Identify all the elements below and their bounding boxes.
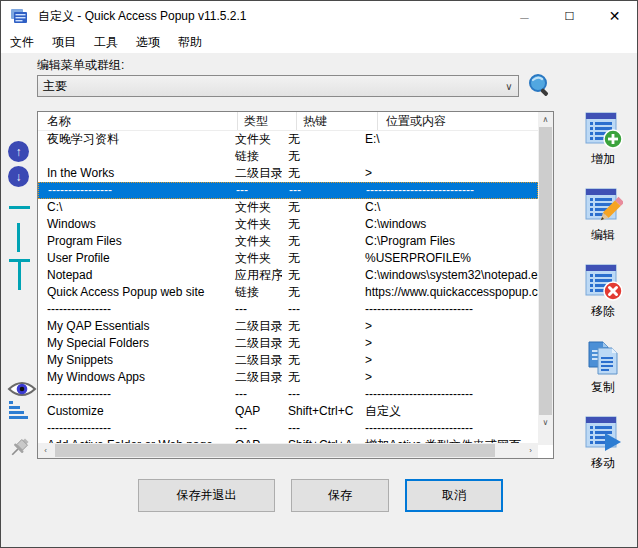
table-cell: Shift+Ctrl+C — [282, 403, 357, 420]
save-button[interactable]: 保存 — [291, 479, 389, 512]
table-cell: --- — [229, 420, 282, 437]
menu-tools[interactable]: 工具 — [85, 31, 127, 54]
table-cell: https://www.quickaccesspopup.com — [357, 284, 538, 301]
edit-menu-label: 编辑菜单或群组: — [37, 57, 124, 74]
table-row-separator[interactable]: ----------------------------------------… — [38, 420, 538, 437]
table-row[interactable]: My Windows Apps二级目录无> — [38, 369, 538, 386]
horizontal-scrollbar[interactable]: ‹ › — [38, 443, 538, 458]
table-row[interactable]: My Special Folders二级目录无> — [38, 335, 538, 352]
table-row[interactable]: CustomizeQAPShift+Ctrl+C自定义 — [38, 403, 538, 420]
table-cell: 文件夹 — [229, 233, 282, 250]
menu-bar: 文件 项目 工具 选项 帮助 — [1, 31, 637, 53]
table-cell: C:\ — [357, 199, 538, 216]
table-cell: --------------------------- — [358, 182, 537, 199]
column-header-location[interactable]: 位置或内容 — [378, 112, 538, 130]
table-cell: 无 — [282, 216, 357, 233]
table-cell: 文件夹 — [229, 216, 282, 233]
table-row[interactable]: Windows文件夹无C:\windows — [38, 216, 538, 233]
pin-icon[interactable] — [6, 435, 32, 461]
menu-options[interactable]: 选项 — [127, 31, 169, 54]
table-cell: 二级目录 — [229, 318, 282, 335]
table-row[interactable]: 链接无 — [38, 148, 538, 165]
table-cell — [357, 148, 538, 165]
table-cell: My Snippets — [38, 352, 229, 369]
menu-help[interactable]: 帮助 — [169, 31, 211, 54]
separator-line-icon[interactable] — [9, 206, 30, 209]
table-cell: User Profile — [38, 250, 229, 267]
table-row[interactable]: My QAP Essentials二级目录无> — [38, 318, 538, 335]
eye-icon[interactable] — [7, 380, 37, 398]
table-cell: C:\windows\system32\notepad.exe — [357, 267, 538, 284]
items-table: 名称 类型 热键 位置或内容 夜晚学习资料文件夹无E:\链接无In the Wo… — [37, 111, 554, 459]
table-row[interactable]: Notepad应用程序无C:\windows\system32\notepad.… — [38, 267, 538, 284]
table-cell: QAP — [229, 403, 282, 420]
menu-file[interactable]: 文件 — [1, 31, 43, 54]
table-cell: > — [357, 335, 538, 352]
table-cell: --- — [229, 301, 282, 318]
table-cell: 文件夹 — [229, 131, 282, 148]
table-row[interactable]: Program Files文件夹无C:\Program Files — [38, 233, 538, 250]
table-cell: 应用程序 — [229, 267, 282, 284]
maximize-button[interactable]: ☐ — [547, 1, 592, 31]
copy-button[interactable]: 复制 — [573, 339, 633, 397]
table-row[interactable]: Quick Access Popup web site链接无https://ww… — [38, 284, 538, 301]
menu-select-value: 主要 — [38, 78, 500, 95]
cancel-button[interactable]: 取消 — [405, 479, 503, 512]
sort-icon[interactable] — [9, 401, 31, 419]
table-row-separator[interactable]: ----------------------------------------… — [38, 386, 538, 403]
menu-items[interactable]: 项目 — [43, 31, 85, 54]
table-cell: C:\ — [38, 199, 229, 216]
column-header-type[interactable]: 类型 — [238, 112, 297, 130]
table-header: 名称 类型 热键 位置或内容 — [38, 112, 538, 131]
edit-button[interactable]: 编辑 — [573, 187, 633, 245]
table-row[interactable]: C:\文件夹无C:\ — [38, 199, 538, 216]
table-row-separator[interactable]: ----------------------------------------… — [38, 301, 538, 318]
move-up-icon[interactable]: ↑ — [8, 141, 29, 162]
column-header-name[interactable]: 名称 — [38, 112, 238, 130]
table-cell: Customize — [38, 403, 229, 420]
table-row[interactable]: 夜晚学习资料文件夹无E:\ — [38, 131, 538, 148]
move-button[interactable]: 移动 — [573, 415, 633, 473]
scroll-down-icon[interactable]: ∨ — [538, 415, 553, 430]
remove-button-label: 移除 — [591, 303, 615, 320]
menu-break-icon[interactable] — [9, 259, 30, 290]
table-row[interactable]: User Profile文件夹无%USERPROFILE% — [38, 250, 538, 267]
move-button-label: 移动 — [591, 455, 615, 472]
scroll-right-icon[interactable]: › — [523, 443, 538, 458]
save-and-exit-button[interactable]: 保存并退出 — [138, 479, 275, 512]
table-cell: --------------------------- — [357, 386, 538, 403]
copy-button-label: 复制 — [591, 379, 615, 396]
close-button[interactable]: ✕ — [592, 1, 637, 31]
table-row-separator[interactable]: ----------------------------------------… — [38, 182, 538, 199]
table-cell: 文件夹 — [229, 199, 282, 216]
remove-button[interactable]: 移除 — [573, 263, 633, 321]
table-cell: Quick Access Popup web site — [38, 284, 229, 301]
vertical-scroll-thumb[interactable] — [539, 127, 552, 415]
table-row[interactable]: My Snippets二级目录无> — [38, 352, 538, 369]
column-header-hotkey[interactable]: 热键 — [297, 112, 378, 130]
add-button[interactable]: 增加 — [573, 111, 633, 169]
add-item-icon — [583, 111, 623, 149]
minimize-button[interactable]: – — [502, 1, 547, 31]
table-cell: --- — [229, 386, 282, 403]
table-cell: 无 — [282, 352, 357, 369]
table-cell: 链接 — [229, 148, 282, 165]
menu-select-dropdown[interactable]: 主要 ∨ — [37, 75, 519, 97]
horizontal-scroll-thumb[interactable] — [55, 444, 495, 457]
scroll-up-icon[interactable]: ∧ — [538, 112, 553, 127]
vertical-scrollbar[interactable]: ∧ ∨ — [538, 112, 553, 430]
table-cell: 无 — [282, 318, 357, 335]
table-cell: Program Files — [38, 233, 229, 250]
table-row[interactable]: In the Works二级目录无> — [38, 165, 538, 182]
table-cell: > — [357, 318, 538, 335]
table-cell: > — [357, 352, 538, 369]
column-break-icon[interactable] — [17, 223, 20, 252]
table-cell: --- — [282, 386, 357, 403]
move-down-icon[interactable]: ↓ — [8, 166, 29, 187]
scroll-left-icon[interactable]: ‹ — [38, 443, 53, 458]
table-cell: My Windows Apps — [38, 369, 229, 386]
table-cell: ---------------- — [38, 386, 229, 403]
search-icon[interactable] — [527, 73, 553, 99]
app-window: 自定义 - Quick Access Popup v11.5.2.1 – ☐ ✕… — [0, 0, 638, 548]
table-cell: In the Works — [38, 165, 229, 182]
